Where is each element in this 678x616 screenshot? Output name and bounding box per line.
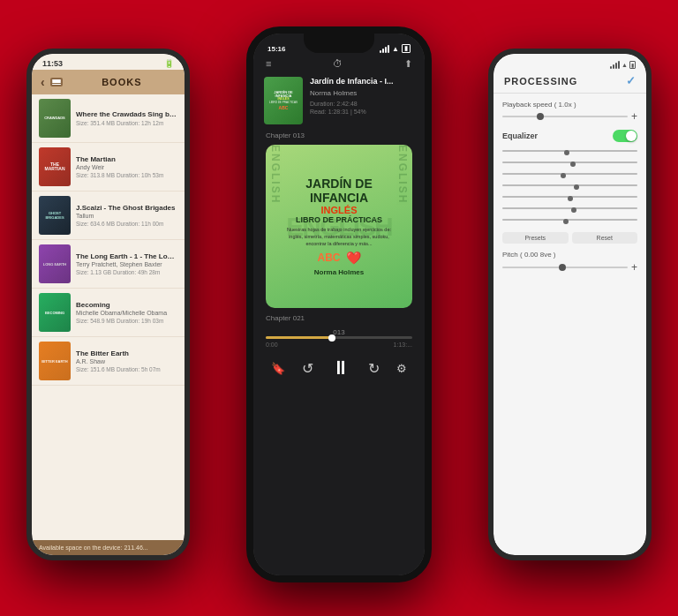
cover-author: Norma Holmes [273, 268, 405, 276]
eq-track-3[interactable] [502, 173, 637, 175]
eq-dot-7[interactable] [563, 219, 569, 224]
book-title: Where the Crawdads Sing by Delia Owens [76, 110, 177, 119]
battery-icon: ▮ [402, 44, 411, 53]
share-icon[interactable]: ⬆ [404, 58, 412, 70]
cover-description: Nuestras hojas de trabajo incluyen ejerc… [273, 227, 405, 247]
right-screen: ▲ ▮ PROCESSING ✓ Playback speed ( 1.0x ) [493, 54, 646, 555]
progress-times: 0:00 1:13:... [266, 342, 412, 348]
book-info: The Bitter Earth A.R. Shaw Size: 151.6 M… [76, 349, 177, 373]
eq-header: Equalizer [502, 130, 637, 142]
book-cover-6: BITTER EARTH [39, 342, 71, 380]
settings-button[interactable]: ⚙ [396, 362, 407, 375]
menu-icon[interactable] [50, 78, 63, 86]
chapter-top-label: Chapter 013 [253, 130, 425, 141]
play-pause-button[interactable]: ⏸ [331, 357, 350, 379]
eq-track-5[interactable] [502, 196, 637, 198]
right-signal [610, 61, 620, 69]
eq-track-6[interactable] [502, 207, 637, 209]
chapter-bottom-label: Chapter 021 [253, 312, 425, 325]
book-info: The Long Earth - 1 - The Long Ea... Terr… [76, 252, 177, 276]
progress-fill [266, 336, 332, 339]
signal-bar-2 [382, 49, 384, 53]
rewind-button[interactable]: ↺ [302, 360, 313, 377]
playback-plus-icon[interactable]: + [631, 110, 637, 123]
book-cover-2: THE MARTIAN [39, 147, 71, 186]
toggle-knob [626, 131, 637, 141]
cover-line2: Inglés [273, 205, 405, 215]
eq-track-4[interactable] [502, 184, 637, 186]
eq-dot-2[interactable] [570, 162, 576, 167]
pitch-section: Pitch ( 0.00 8ve ) + [502, 251, 637, 274]
signal-bar-1 [380, 50, 381, 53]
presets-button[interactable]: Presets [502, 232, 569, 244]
playback-speed-thumb[interactable] [537, 113, 544, 120]
eq-dot-1[interactable] [564, 150, 569, 155]
read-label: Read: [310, 109, 328, 115]
book-cover-5: BECOMING [39, 293, 71, 332]
eq-dot-4[interactable] [574, 184, 579, 190]
cover-line3: Libro de Prácticas [273, 215, 405, 224]
book-meta: Size: 313.8 MB Duration: 10h 53m [76, 172, 177, 178]
check-button[interactable]: ✓ [626, 74, 636, 87]
presets-row: Presets Reset [502, 232, 637, 244]
abc-text: ABC [318, 252, 341, 264]
phone-center: 15:16 ▲ ▮ ≡ ⏱ ⬆ [246, 26, 432, 582]
duration-label: Duration: [310, 101, 336, 107]
pitch-thumb[interactable] [559, 264, 566, 271]
book-info: J.Scalzi - The Ghost Brigades Tallum Siz… [76, 204, 177, 228]
pitch-plus-icon[interactable]: + [631, 261, 637, 274]
left-battery: 🔋 [164, 59, 174, 68]
book-list: CRAWDADS Where the Crawdads Sing by Deli… [32, 94, 185, 540]
menu-icon[interactable]: ≡ [266, 58, 271, 70]
time-left: 0:00 [266, 342, 278, 348]
center-main-cover: ENGLISH ENGLISH ENGLISH Jardín deInfanci… [266, 145, 412, 308]
progress-thumb[interactable] [328, 334, 335, 342]
bookmark-button[interactable]: 🔖 [271, 362, 285, 375]
forward-button[interactable]: ↻ [368, 360, 380, 377]
pitch-track[interactable] [502, 267, 628, 268]
books-title: BOOKS [68, 77, 176, 87]
chapter-num: 013 [266, 328, 412, 336]
list-item[interactable]: THE MARTIAN The Martian Andy Weir Size: … [32, 143, 185, 192]
list-item[interactable]: LONG EARTH The Long Earth - 1 - The Long… [32, 240, 185, 289]
timer-icon[interactable]: ⏱ [333, 58, 343, 70]
eq-track-1[interactable] [502, 150, 637, 152]
eq-track-2[interactable] [502, 162, 637, 163]
list-item[interactable]: BITTER EARTH The Bitter Earth A.R. Shaw … [32, 337, 185, 386]
book-info: Where the Crawdads Sing by Delia Owens S… [76, 110, 177, 127]
back-button[interactable]: ‹ [41, 75, 45, 89]
center-book-author: Norma Holmes [310, 89, 414, 97]
progress-track[interactable] [266, 336, 412, 339]
center-book-title: Jardín de Infancia - I... [310, 77, 414, 87]
wifi-icon: ▲ [392, 45, 399, 53]
center-book-details: Jardín de Infancia - I... Norma Holmes D… [310, 77, 414, 116]
cover-line1: Jardín deInfancia [273, 177, 405, 205]
eq-dot-6[interactable] [571, 207, 576, 213]
book-title: J.Scalzi - The Ghost Brigades [76, 204, 177, 213]
list-item[interactable]: CRAWDADS Where the Crawdads Sing by Deli… [32, 94, 185, 143]
phone-right: ▲ ▮ PROCESSING ✓ Playback speed ( 1.0x ) [488, 49, 652, 560]
footer-text: Available space on the device: 211.46... [39, 545, 177, 551]
left-header: ‹ BOOKS [32, 70, 185, 94]
book-cover-3: GHOST BRIGADES [39, 196, 71, 235]
processing-title: PROCESSING [504, 76, 577, 86]
reset-button[interactable]: Reset [572, 232, 638, 244]
book-author: Tallum [76, 213, 177, 219]
center-time: 15:16 [267, 45, 285, 53]
eq-track-7[interactable] [502, 219, 637, 221]
book-author: A.R. Shaw [76, 358, 177, 364]
right-battery-icon: ▮ [629, 61, 636, 69]
center-controls: 🔖 ↺ ⏸ ↻ ⚙ [253, 351, 425, 390]
playback-speed-label: Playback speed ( 1.0x ) [502, 101, 637, 109]
eq-dot-3[interactable] [561, 173, 566, 178]
right-content: Playback speed ( 1.0x ) + Equalizer [493, 94, 646, 555]
playback-speed-track[interactable] [502, 116, 628, 117]
eq-slider-row-7 [502, 214, 637, 225]
progress-area[interactable]: 013 0:00 1:13:... [253, 325, 425, 351]
right-status-bar: ▲ ▮ [493, 54, 646, 71]
eq-dot-5[interactable] [568, 196, 573, 201]
list-item[interactable]: GHOST BRIGADES J.Scalzi - The Ghost Brig… [32, 192, 185, 240]
list-item[interactable]: BECOMING Becoming Michelle Obama/Michell… [32, 289, 185, 337]
eq-toggle[interactable] [613, 130, 637, 142]
signal-bar-3 [385, 47, 387, 53]
